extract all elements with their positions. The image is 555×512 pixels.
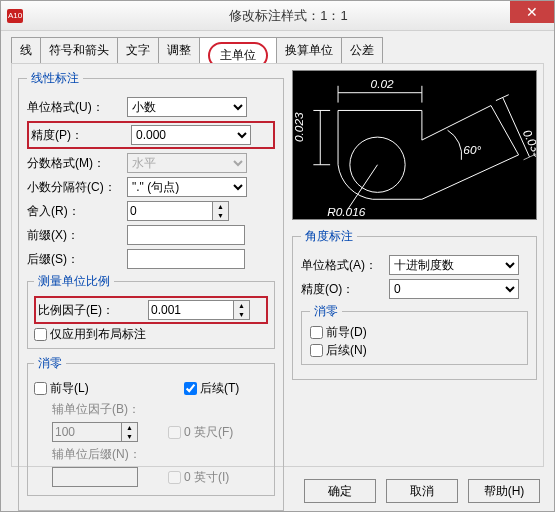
inches-checkbox: 0 英寸(I) xyxy=(168,469,229,486)
subunit-factor-input xyxy=(52,422,122,442)
angle-trailing-checkbox[interactable]: 后续(N) xyxy=(310,342,367,359)
dim-left: 0.023 xyxy=(293,112,307,142)
preview-pane: 0.02 0.023 0.039 60° R0.016 xyxy=(292,70,537,220)
angle-precision-select[interactable]: 0 xyxy=(389,279,519,299)
leading-input[interactable] xyxy=(34,382,47,395)
measurement-scale-group: 测量单位比例 比例因子(E)： ▲▼ 仅应用到布局标注 xyxy=(27,273,275,349)
angle-zero-legend: 消零 xyxy=(310,303,342,320)
trailing-label: 后续(T) xyxy=(200,380,239,397)
right-column: 0.02 0.023 0.039 60° R0.016 角度标注 单位格式(A)… xyxy=(292,70,537,460)
spin-down-icon[interactable]: ▼ xyxy=(213,211,228,220)
spin-down-icon[interactable]: ▼ xyxy=(234,310,249,319)
subunit-factor-spinner: ▲▼ xyxy=(52,422,138,442)
precision-highlight: 精度(P)： 0.000 xyxy=(27,121,275,149)
scale-factor-highlight: 比例因子(E)： ▲▼ xyxy=(34,296,268,324)
fraction-format-select: 水平 xyxy=(127,153,247,173)
spin-up-icon[interactable]: ▲ xyxy=(213,202,228,211)
prefix-input[interactable] xyxy=(127,225,245,245)
svg-line-8 xyxy=(496,95,509,101)
layout-only-label: 仅应用到布局标注 xyxy=(50,326,146,343)
roundoff-spinner[interactable]: ▲▼ xyxy=(127,201,229,221)
angle-leading-input[interactable] xyxy=(310,326,323,339)
angle-value: 60° xyxy=(463,143,481,157)
layout-only-checkbox[interactable]: 仅应用到布局标注 xyxy=(34,326,146,343)
linear-dimension-group: 线性标注 单位格式(U)： 小数 精度(P)： 0.000 分数格式(M)： 水… xyxy=(18,70,284,511)
angle-trailing-label: 后续(N) xyxy=(326,342,367,359)
angle-leading-checkbox[interactable]: 前导(D) xyxy=(310,324,367,341)
suffix-label: 后缀(S)： xyxy=(27,251,127,268)
left-column: 线性标注 单位格式(U)： 小数 精度(P)： 0.000 分数格式(M)： 水… xyxy=(18,70,284,460)
inches-label: 0 英寸(I) xyxy=(184,469,229,486)
feet-label: 0 英尺(F) xyxy=(184,424,233,441)
feet-input xyxy=(168,426,181,439)
precision-label: 精度(P)： xyxy=(31,127,131,144)
scale-legend: 测量单位比例 xyxy=(34,273,114,290)
decimal-separator-select[interactable]: "." (句点) xyxy=(127,177,247,197)
trailing-checkbox[interactable]: 后续(T) xyxy=(184,380,239,397)
tab-content: 线性标注 单位格式(U)： 小数 精度(P)： 0.000 分数格式(M)： 水… xyxy=(11,63,544,467)
dim-top: 0.02 xyxy=(371,77,394,91)
dialog-window: A10 修改标注样式：1：1 ✕ 线 符号和箭头 文字 调整 主单位 换算单位 … xyxy=(0,0,555,512)
cancel-button[interactable]: 取消 xyxy=(386,479,458,503)
close-button[interactable]: ✕ xyxy=(510,1,554,23)
precision-select[interactable]: 0.000 xyxy=(131,125,251,145)
prefix-label: 前缀(X)： xyxy=(27,227,127,244)
zero-legend: 消零 xyxy=(34,355,66,372)
angle-unit-format-label: 单位格式(A)： xyxy=(301,257,389,274)
angle-unit-format-select[interactable]: 十进制度数 xyxy=(389,255,519,275)
linear-legend: 线性标注 xyxy=(27,70,83,87)
leading-label: 前导(L) xyxy=(50,380,89,397)
svg-line-1 xyxy=(348,165,378,209)
zero-suppression-group: 消零 前导(L) 后续(T) 辅单位因子(B)： xyxy=(27,355,275,496)
subunit-factor-label: 辅单位因子(B)： xyxy=(52,401,174,418)
app-icon: A10 xyxy=(7,9,23,23)
layout-only-input[interactable] xyxy=(34,328,47,341)
leading-checkbox[interactable]: 前导(L) xyxy=(34,380,174,397)
scale-factor-spinner[interactable]: ▲▼ xyxy=(148,300,250,320)
help-button[interactable]: 帮助(H) xyxy=(468,479,540,503)
scale-factor-label: 比例因子(E)： xyxy=(38,302,148,319)
angle-precision-label: 精度(O)： xyxy=(301,281,389,298)
subunit-suffix-input xyxy=(52,467,138,487)
feet-checkbox: 0 英尺(F) xyxy=(168,424,233,441)
unit-format-select[interactable]: 小数 xyxy=(127,97,247,117)
dialog-title: 修改标注样式：1：1 xyxy=(23,7,554,25)
dialog-buttons: 确定 取消 帮助(H) xyxy=(304,479,540,503)
inches-input xyxy=(168,471,181,484)
trailing-input[interactable] xyxy=(184,382,197,395)
svg-line-10 xyxy=(503,98,530,157)
roundoff-input[interactable] xyxy=(127,201,213,221)
angle-dimension-group: 角度标注 单位格式(A)： 十进制度数 精度(O)： 0 消零 前导(D) 后续… xyxy=(292,228,537,380)
angle-zero-group: 消零 前导(D) 后续(N) xyxy=(301,303,528,365)
ok-button[interactable]: 确定 xyxy=(304,479,376,503)
fraction-format-label: 分数格式(M)： xyxy=(27,155,127,172)
radius-value: R0.016 xyxy=(327,205,366,219)
spin-up-icon[interactable]: ▲ xyxy=(234,301,249,310)
angle-leading-label: 前导(D) xyxy=(326,324,367,341)
titlebar: A10 修改标注样式：1：1 ✕ xyxy=(1,1,554,31)
roundoff-label: 舍入(R)： xyxy=(27,203,127,220)
suffix-input[interactable] xyxy=(127,249,245,269)
subunit-suffix-label: 辅单位后缀(N)： xyxy=(52,446,174,463)
decimal-separator-label: 小数分隔符(C)： xyxy=(27,179,127,196)
scale-factor-input[interactable] xyxy=(148,300,234,320)
angle-trailing-input[interactable] xyxy=(310,344,323,357)
spin-up-icon: ▲ xyxy=(122,423,137,432)
preview-svg: 0.02 0.023 0.039 60° R0.016 xyxy=(293,71,536,219)
unit-format-label: 单位格式(U)： xyxy=(27,99,127,116)
spin-down-icon: ▼ xyxy=(122,432,137,441)
angle-legend: 角度标注 xyxy=(301,228,357,245)
dim-right: 0.039 xyxy=(520,127,536,160)
